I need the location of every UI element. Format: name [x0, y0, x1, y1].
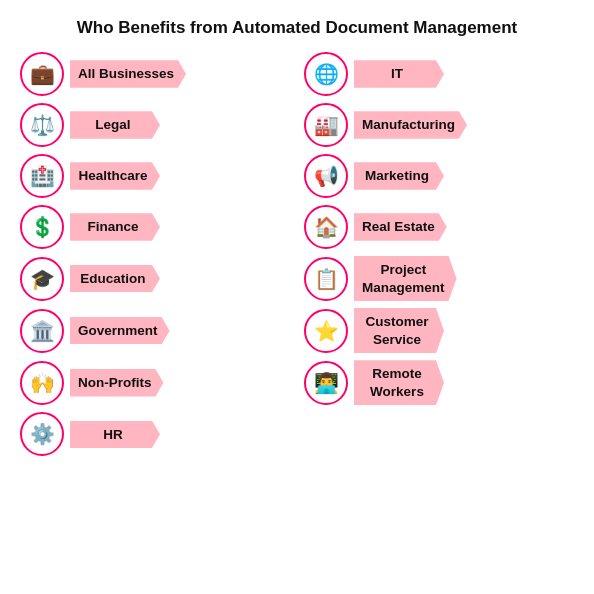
manufacturing-icon: 🏭 [304, 103, 348, 147]
item-remote-workers: 👨‍💻 RemoteWorkers [304, 360, 574, 405]
manufacturing-label: Manufacturing [354, 111, 467, 139]
finance-icon: 💲 [20, 205, 64, 249]
item-it: 🌐 IT [304, 52, 574, 96]
project-management-icon: 📋 [304, 257, 348, 301]
marketing-label: Marketing [354, 162, 444, 190]
healthcare-icon: 🏥 [20, 154, 64, 198]
marketing-icon: 📢 [304, 154, 348, 198]
hr-label: HR [70, 421, 160, 449]
item-non-profits: 🙌 Non-Profits [20, 360, 290, 405]
legal-label: Legal [70, 111, 160, 139]
remote-workers-label: RemoteWorkers [354, 360, 444, 405]
item-finance: 💲 Finance [20, 205, 290, 249]
item-healthcare: 🏥 Healthcare [20, 154, 290, 198]
customer-service-icon: ⭐ [304, 309, 348, 353]
non-profits-label: Non-Profits [70, 369, 164, 397]
education-label: Education [70, 265, 160, 293]
item-legal: ⚖️ Legal [20, 103, 290, 147]
project-management-label: ProjectManagement [354, 256, 457, 301]
real-estate-icon: 🏠 [304, 205, 348, 249]
legal-icon: ⚖️ [20, 103, 64, 147]
item-all-businesses: 💼 All Businesses [20, 52, 290, 96]
government-label: Government [70, 317, 170, 345]
benefits-grid: 💼 All Businesses 🌐 IT ⚖️ Legal 🏭 Manufac… [20, 52, 574, 456]
all-businesses-icon: 💼 [20, 52, 64, 96]
item-education: 🎓 Education [20, 256, 290, 301]
item-project-management: 📋 ProjectManagement [304, 256, 574, 301]
item-customer-service: ⭐ CustomerService [304, 308, 574, 353]
education-icon: 🎓 [20, 257, 64, 301]
healthcare-label: Healthcare [70, 162, 160, 190]
real-estate-label: Real Estate [354, 213, 447, 241]
remote-workers-icon: 👨‍💻 [304, 361, 348, 405]
it-icon: 🌐 [304, 52, 348, 96]
hr-icon: ⚙️ [20, 412, 64, 456]
non-profits-icon: 🙌 [20, 361, 64, 405]
page-title: Who Benefits from Automated Document Man… [20, 18, 574, 38]
all-businesses-label: All Businesses [70, 60, 186, 88]
customer-service-label: CustomerService [354, 308, 444, 353]
item-marketing: 📢 Marketing [304, 154, 574, 198]
item-real-estate: 🏠 Real Estate [304, 205, 574, 249]
item-government: 🏛️ Government [20, 308, 290, 353]
it-label: IT [354, 60, 444, 88]
item-manufacturing: 🏭 Manufacturing [304, 103, 574, 147]
government-icon: 🏛️ [20, 309, 64, 353]
item-hr: ⚙️ HR [20, 412, 290, 456]
finance-label: Finance [70, 213, 160, 241]
